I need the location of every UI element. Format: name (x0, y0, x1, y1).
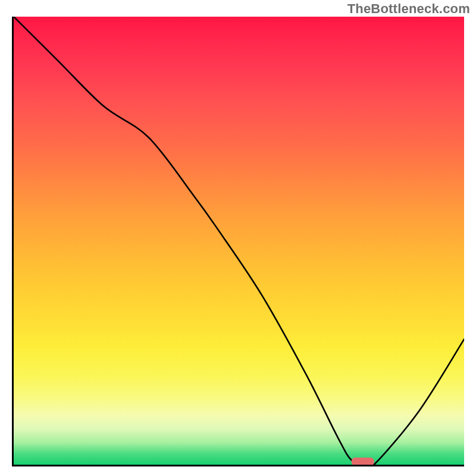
chart-svg (14, 17, 464, 465)
chart-frame (12, 17, 464, 466)
bottleneck-curve (14, 17, 464, 465)
watermark-text: TheBottleneck.com (347, 1, 470, 17)
optimum-marker (352, 458, 374, 465)
